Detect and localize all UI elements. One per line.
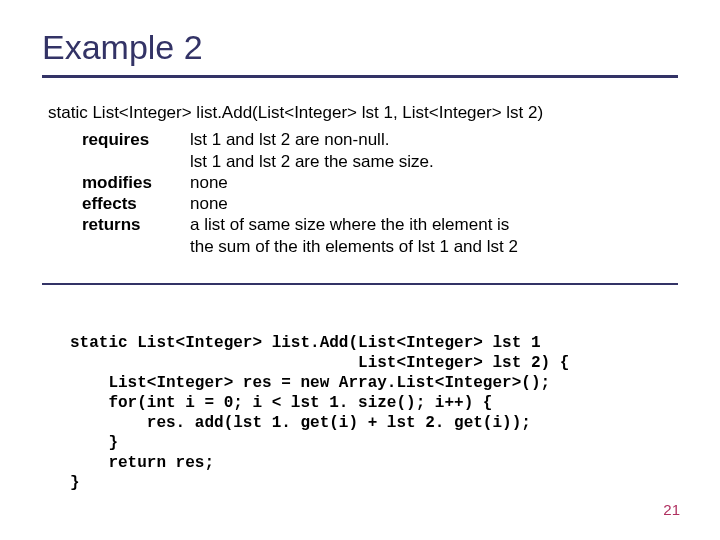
spec-key-blank: [82, 151, 190, 172]
spec-key-effects: effects: [82, 193, 190, 214]
spec-block: requires lst 1 and lst 2 are non-null. l…: [82, 129, 678, 257]
spec-val-returns-2: the sum of the ith elements of lst 1 and…: [190, 236, 678, 257]
code-line-7: return res;: [70, 454, 214, 472]
spec-val-requires-2: lst 1 and lst 2 are the same size.: [190, 151, 678, 172]
spec-returns-cont: the sum of the ith elements of lst 1 and…: [82, 236, 678, 257]
code-line-3: List<Integer> res = new Array.List<Integ…: [70, 374, 550, 392]
code-line-2: List<Integer> lst 2) {: [70, 354, 569, 372]
spec-val-returns-1: a list of same size where the ith elemen…: [190, 214, 678, 235]
code-line-6: }: [70, 434, 118, 452]
spec-val-effects: none: [190, 193, 678, 214]
code-block: static List<Integer> list.Add(List<Integ…: [70, 313, 678, 493]
code-line-5: res. add(lst 1. get(i) + lst 2. get(i));: [70, 414, 531, 432]
code-line-1: static List<Integer> list.Add(List<Integ…: [70, 334, 540, 352]
spec-val-modifies: none: [190, 172, 678, 193]
title-rule: [42, 75, 678, 78]
spec-returns: returns a list of same size where the it…: [82, 214, 678, 235]
spec-requires-cont: lst 1 and lst 2 are the same size.: [82, 151, 678, 172]
slide: Example 2 static List<Integer> list.Add(…: [0, 0, 720, 540]
spec-modifies: modifies none: [82, 172, 678, 193]
page-number: 21: [663, 501, 680, 518]
slide-title: Example 2: [42, 28, 678, 67]
spec-key-requires: requires: [82, 129, 190, 150]
spec-key-modifies: modifies: [82, 172, 190, 193]
method-signature: static List<Integer> list.Add(List<Integ…: [48, 102, 678, 123]
spec-key-returns: returns: [82, 214, 190, 235]
spec-requires: requires lst 1 and lst 2 are non-null.: [82, 129, 678, 150]
mid-rule: [42, 283, 678, 285]
spec-val-requires-1: lst 1 and lst 2 are non-null.: [190, 129, 678, 150]
spec-key-blank-2: [82, 236, 190, 257]
code-line-4: for(int i = 0; i < lst 1. size(); i++) {: [70, 394, 492, 412]
code-line-8: }: [70, 474, 80, 492]
spec-effects: effects none: [82, 193, 678, 214]
